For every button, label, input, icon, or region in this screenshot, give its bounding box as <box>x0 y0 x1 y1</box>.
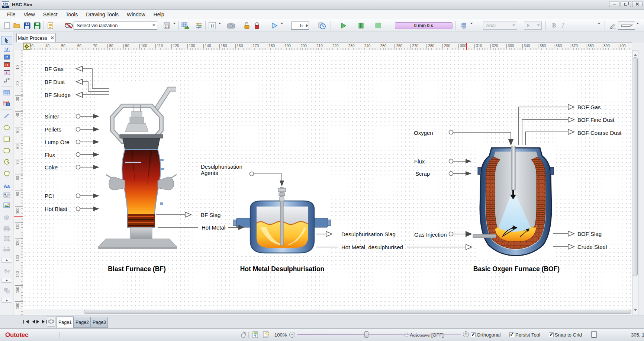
stream-label-pci[interactable]: PCI <box>45 193 54 199</box>
draw-rounded-rectangle-tool-icon[interactable] <box>1 146 12 155</box>
persist-tool-toggle[interactable]: Persist Tool <box>509 332 540 338</box>
blast-furnace-unit[interactable] <box>97 84 178 252</box>
insert-table-tool-icon[interactable] <box>1 88 12 97</box>
zoom-out-icon[interactable]: − <box>289 332 295 338</box>
insert-variable-table-tool-icon[interactable]: T <box>1 99 12 108</box>
pan-hand-icon[interactable] <box>240 331 247 340</box>
stream-label-bof-slag[interactable]: BOF Slag <box>577 231 602 237</box>
visualization-select[interactable]: Select visualization <box>74 22 157 30</box>
insert-image-tool-icon[interactable] <box>1 201 12 210</box>
insert-connection-tool-icon[interactable] <box>1 76 12 85</box>
stream-label-gas-injection[interactable]: Gas Injection <box>414 231 447 238</box>
zoom-in-icon[interactable]: + <box>463 331 469 337</box>
zoom-slider-handle[interactable] <box>364 331 368 338</box>
stream-label-bf-sludge[interactable]: BF Sludge <box>45 92 71 98</box>
unlock-icon[interactable] <box>242 20 252 30</box>
stream-label-desulph-slag[interactable]: Desulphurisation Slag <box>341 231 396 237</box>
font-select[interactable]: Arial <box>483 22 517 30</box>
scroll-down-icon[interactable] <box>634 309 637 313</box>
vertical-scrollbar-thumb[interactable] <box>633 57 638 276</box>
heading-style-icon[interactable]: H <box>207 20 217 30</box>
tab-close-icon[interactable]: ✕ <box>51 35 54 40</box>
mask-tool-icon[interactable] <box>1 234 12 243</box>
camera-snapshot-icon[interactable] <box>226 20 236 30</box>
font-size-select[interactable]: 8 <box>524 22 542 30</box>
vertical-scrollbar[interactable] <box>632 50 638 315</box>
calculator-dropdown[interactable] <box>172 21 177 30</box>
stream-label-hot-metal-desulphurised[interactable]: Hot Metal, desulphurised <box>341 244 403 250</box>
heading-style-dropdown[interactable] <box>217 21 222 30</box>
add-page-button[interactable] <box>47 316 55 327</box>
stream-label-coke[interactable]: Coke <box>45 164 58 170</box>
draw-arc-tool-icon[interactable] <box>1 157 12 166</box>
run-simulation-icon[interactable] <box>269 20 279 30</box>
iteration-spinner[interactable]: 5 <box>291 22 309 30</box>
snap-to-grid-toggle[interactable]: Snap to Grid <box>549 332 582 338</box>
expander-button-1[interactable] <box>1 258 12 263</box>
scroll-up-icon[interactable] <box>634 52 637 56</box>
select-cursor-tool-icon[interactable] <box>1 36 12 45</box>
draw-polygon-tool-icon[interactable] <box>1 169 12 178</box>
tab-main-process[interactable]: Main Process ✕ <box>16 33 56 42</box>
menu-window[interactable]: Window <box>123 10 149 19</box>
horizontal-scrollbar[interactable] <box>23 309 632 315</box>
draw-pen-icon[interactable] <box>608 20 618 30</box>
stream-label-hot-blast[interactable]: Hot Blast <box>45 206 67 212</box>
italic-button[interactable]: I <box>558 22 567 29</box>
insert-text-tool-icon[interactable]: Aa <box>1 182 12 191</box>
zoom-slider-track[interactable] <box>297 334 461 335</box>
horizontal-scrollbar-thumb[interactable] <box>84 310 631 314</box>
stream-label-desulph-agents[interactable]: Desulphurisation Agents <box>201 163 250 176</box>
draw-rectangle-tool-icon[interactable] <box>1 134 12 143</box>
stream-label-bf-slag[interactable]: BF Slag <box>201 212 220 218</box>
run-simulation-dropdown[interactable] <box>279 21 284 30</box>
print-area-tool-icon[interactable] <box>1 224 12 233</box>
page-tab-2[interactable]: Page2 <box>74 317 91 328</box>
flowsheet-canvas[interactable] <box>23 50 632 315</box>
pause-icon[interactable] <box>356 20 366 30</box>
database-dropdown[interactable] <box>469 21 474 30</box>
line-options-dropdown[interactable] <box>635 21 640 30</box>
save-as-icon[interactable]: 1 <box>32 20 42 30</box>
stream-label-crude-steel[interactable]: Crude Steel <box>577 244 607 250</box>
first-page-icon[interactable] <box>23 319 29 325</box>
menu-drawing-tools[interactable]: Drawing Tools <box>82 10 123 19</box>
database-icon[interactable] <box>459 20 469 30</box>
stream-label-bof-flux[interactable]: Flux <box>414 158 425 165</box>
ruler-origin-icon[interactable] <box>23 43 30 50</box>
save-icon[interactable] <box>22 20 32 30</box>
minimize-button[interactable] <box>609 1 619 7</box>
menu-tools[interactable]: Tools <box>62 10 82 19</box>
unit-title-desulphurisation[interactable]: Hot Metal Desulphurisation <box>240 265 325 273</box>
expander-button-2[interactable] <box>1 278 12 283</box>
draw-ellipse-tool-icon[interactable] <box>1 123 12 132</box>
zoom-actual-size-icon[interactable]: 100 <box>263 331 270 340</box>
menu-select[interactable]: Select <box>39 10 62 19</box>
close-button[interactable] <box>632 1 643 7</box>
calculator-icon[interactable] <box>162 20 172 30</box>
more-format-dropdown[interactable] <box>596 21 602 30</box>
stream-label-hot-metal[interactable]: Hot Metal <box>202 224 225 231</box>
unit-title-bof[interactable]: Basic Oxgen Furnace (BOF) <box>473 265 560 273</box>
stream-label-lump-ore[interactable]: Lump Ore <box>45 139 70 145</box>
shape-tool-icon[interactable] <box>1 213 12 222</box>
restore-button[interactable] <box>621 1 631 7</box>
align-tool-icon[interactable] <box>1 244 12 253</box>
play-icon[interactable] <box>338 20 348 30</box>
stream-label-flux[interactable]: Flux <box>45 152 55 158</box>
stream-label-bof-fine-dust[interactable]: BOF Fine Dust <box>577 117 614 123</box>
scheduler-clock-icon[interactable] <box>317 20 327 30</box>
group-tool-icon[interactable] <box>1 286 12 295</box>
desulphurisation-unit[interactable] <box>234 166 331 256</box>
report-icon[interactable] <box>45 20 55 30</box>
lock-icon[interactable] <box>252 20 262 30</box>
bold-button[interactable]: B <box>550 22 558 29</box>
page-tab-1[interactable]: Page1 <box>57 316 74 328</box>
stream-label-scrap[interactable]: Scrap <box>415 170 430 177</box>
menu-file[interactable]: File <box>3 10 20 19</box>
stream-label-bf-gas[interactable]: BF Gas <box>45 66 64 72</box>
draw-line-tool-icon[interactable] <box>1 111 12 120</box>
line-style-select[interactable] <box>618 22 635 30</box>
page-tab-3[interactable]: Page3 <box>91 317 108 328</box>
stream-label-bf-dust[interactable]: BF Dust <box>45 79 65 85</box>
